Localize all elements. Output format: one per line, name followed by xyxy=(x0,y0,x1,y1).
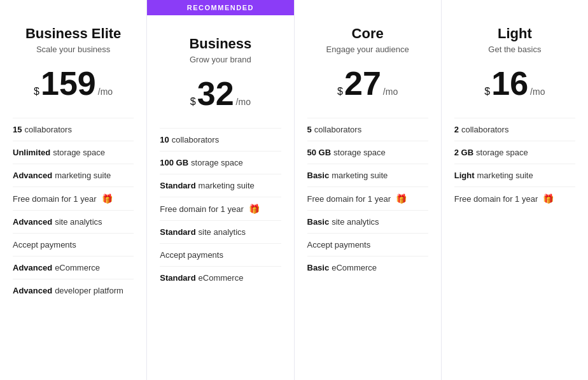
plan-name-business-elite: Business Elite xyxy=(13,25,134,42)
plan-card-business: RECOMMENDED Business Grow your brand $ 3… xyxy=(147,0,294,380)
feature-bold-business-6: Standard xyxy=(160,273,195,283)
feature-text-light-0: collaborators xyxy=(461,125,508,134)
feature-bold-core-2: Basic xyxy=(307,171,330,180)
plan-card-light: Light Get the basics $ 16 /mo 2 collabor… xyxy=(442,0,588,380)
feature-bold-core-0: 5 xyxy=(307,125,312,134)
plan-price-business-elite: $ 159 /mo xyxy=(13,67,134,102)
feature-item-business-3: Free domain for 1 year🎁 xyxy=(160,197,281,220)
feature-text-core-5: Accept payments xyxy=(307,240,371,250)
feature-bold-business-2: Standard xyxy=(160,181,195,190)
feature-item-business-elite-7: Advanced developer platform xyxy=(13,279,134,302)
feature-item-business-elite-2: Advanced marketing suite xyxy=(13,164,134,186)
plan-card-business-elite: Business Elite Scale your business $ 159… xyxy=(0,0,147,380)
feature-item-light-2: Light marketing suite xyxy=(454,164,575,186)
plan-tagline-core: Engage your audience xyxy=(307,45,428,54)
feature-item-core-2: Basic marketing suite xyxy=(307,164,428,186)
feature-text-business-elite-5: Accept payments xyxy=(13,240,76,250)
feature-text-core-3: Free domain for 1 year xyxy=(307,194,391,204)
feature-item-light-1: 2 GB storage space xyxy=(454,141,575,164)
feature-text-light-2: marketing suite xyxy=(477,171,533,180)
feature-bold-light-1: 2 GB xyxy=(454,148,473,157)
feature-item-business-5: Accept payments xyxy=(160,243,281,266)
feature-text-business-elite-0: collaborators xyxy=(24,125,71,134)
feature-item-business-6: Standard eCommerce xyxy=(160,266,281,289)
plan-tagline-business: Grow your brand xyxy=(160,55,281,64)
feature-bold-light-2: Light xyxy=(454,171,475,180)
feature-text-light-3: Free domain for 1 year xyxy=(454,194,538,204)
feature-bold-core-1: 50 GB xyxy=(307,148,332,157)
plan-name-core: Core xyxy=(307,25,428,42)
feature-item-business-elite-3: Free domain for 1 year🎁 xyxy=(13,186,134,210)
gift-icon-business-3: 🎁 xyxy=(249,204,260,214)
feature-item-business-0: 10 collaborators xyxy=(160,128,281,151)
gift-icon-core-3: 🎁 xyxy=(396,194,407,204)
feature-bold-core-4: Basic xyxy=(307,217,330,227)
feature-text-business-elite-2: marketing suite xyxy=(55,171,111,180)
feature-bold-business-elite-0: 15 xyxy=(13,125,22,134)
feature-text-business-1: storage space xyxy=(191,158,243,167)
price-amount-business: 32 xyxy=(197,77,234,110)
plan-card-core: Core Engage your audience $ 27 /mo 5 col… xyxy=(295,0,442,380)
feature-item-core-6: Basic eCommerce xyxy=(307,256,428,279)
plan-tagline-light: Get the basics xyxy=(454,45,575,54)
feature-item-light-3: Free domain for 1 year🎁 xyxy=(454,186,575,210)
feature-text-business-elite-1: storage space xyxy=(53,148,105,157)
price-amount-core: 27 xyxy=(344,67,381,100)
feature-bold-business-4: Standard xyxy=(160,227,195,237)
feature-bold-light-0: 2 xyxy=(454,125,459,134)
feature-text-core-1: storage space xyxy=(333,148,386,157)
feature-text-light-1: storage space xyxy=(476,148,528,157)
feature-item-business-elite-1: Unlimited storage space xyxy=(13,141,134,164)
features-list-business: 10 collaborators100 GB storage spaceStan… xyxy=(160,128,281,289)
plan-price-core: $ 27 /mo xyxy=(307,67,428,102)
feature-item-core-0: 5 collaborators xyxy=(307,118,428,141)
price-dollar-light: $ xyxy=(484,86,490,97)
feature-bold-business-elite-4: Advanced xyxy=(13,217,52,227)
gift-icon-business-elite-3: 🎁 xyxy=(102,194,113,204)
feature-item-core-4: Basic site analytics xyxy=(307,210,428,233)
feature-bold-business-elite-6: Advanced xyxy=(13,263,52,272)
feature-bold-business-elite-7: Advanced xyxy=(13,286,52,295)
feature-item-business-elite-4: Advanced site analytics xyxy=(13,210,134,233)
feature-bold-business-elite-1: Unlimited xyxy=(13,148,50,157)
plans-container: Business Elite Scale your business $ 159… xyxy=(0,0,588,380)
plan-price-business: $ 32 /mo xyxy=(160,77,281,113)
price-amount-business-elite: 159 xyxy=(41,67,96,100)
feature-item-business-elite-5: Accept payments xyxy=(13,233,134,256)
feature-text-core-4: site analytics xyxy=(332,217,379,227)
price-dollar-core: $ xyxy=(337,86,343,97)
features-list-core: 5 collaborators50 GB storage spaceBasic … xyxy=(307,118,428,279)
plan-tagline-business-elite: Scale your business xyxy=(13,45,134,54)
feature-text-business-3: Free domain for 1 year xyxy=(160,204,244,214)
feature-item-business-elite-0: 15 collaborators xyxy=(13,118,134,141)
feature-item-light-0: 2 collaborators xyxy=(454,118,575,141)
feature-text-business-4: site analytics xyxy=(199,227,246,237)
feature-item-business-elite-6: Advanced eCommerce xyxy=(13,256,134,279)
feature-bold-business-1: 100 GB xyxy=(160,158,188,167)
recommended-badge: RECOMMENDED xyxy=(147,0,293,15)
price-period-business: /mo xyxy=(236,97,251,107)
price-period-core: /mo xyxy=(383,87,398,97)
features-list-light: 2 collaborators2 GB storage spaceLight m… xyxy=(454,118,575,210)
feature-text-business-2: marketing suite xyxy=(199,181,255,190)
price-period-business-elite: /mo xyxy=(98,87,113,97)
features-list-business-elite: 15 collaboratorsUnlimited storage spaceA… xyxy=(13,118,134,302)
plan-name-light: Light xyxy=(454,25,575,42)
feature-item-business-1: 100 GB storage space xyxy=(160,151,281,174)
feature-text-business-elite-4: site analytics xyxy=(55,217,102,227)
feature-text-business-6: eCommerce xyxy=(199,273,244,283)
price-period-light: /mo xyxy=(530,87,545,97)
price-dollar-business-elite: $ xyxy=(34,86,39,97)
feature-item-core-3: Free domain for 1 year🎁 xyxy=(307,186,428,210)
feature-text-business-5: Accept payments xyxy=(160,250,223,260)
feature-text-core-2: marketing suite xyxy=(332,171,388,180)
gift-icon-light-3: 🎁 xyxy=(543,194,554,204)
feature-text-business-0: collaborators xyxy=(172,135,219,144)
feature-text-business-elite-7: developer platform xyxy=(55,286,123,295)
feature-bold-business-elite-2: Advanced xyxy=(13,171,52,180)
feature-text-business-elite-3: Free domain for 1 year xyxy=(13,194,97,204)
price-amount-light: 16 xyxy=(491,67,528,100)
feature-item-core-1: 50 GB storage space xyxy=(307,141,428,164)
plan-price-light: $ 16 /mo xyxy=(454,67,575,102)
feature-text-core-6: eCommerce xyxy=(332,263,377,272)
